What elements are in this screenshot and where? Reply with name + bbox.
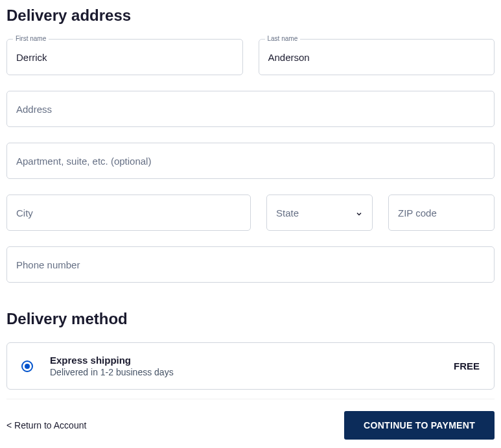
shipping-option-body: Express shipping Delivered in 1-2 busine… (50, 355, 437, 377)
return-to-account-link[interactable]: < Return to Account (6, 420, 86, 430)
delivery-method-section: Delivery method Express shipping Deliver… (6, 310, 495, 390)
state-field-wrapper: State (266, 195, 373, 231)
last-name-field-wrapper: Last name (259, 39, 495, 75)
apt-input[interactable] (6, 143, 495, 179)
shipping-option-price: FREE (454, 360, 480, 371)
state-select[interactable]: State (266, 195, 373, 231)
phone-input[interactable] (6, 246, 495, 283)
first-name-label: First name (13, 35, 49, 42)
delivery-address-section: Delivery address First name Last name St… (6, 6, 495, 283)
address-input[interactable] (6, 91, 495, 127)
shipping-option-subtitle: Delivered in 1-2 business days (50, 367, 437, 377)
first-name-field-wrapper: First name (6, 39, 243, 75)
last-name-label: Last name (265, 35, 301, 42)
zip-field-wrapper (388, 195, 495, 231)
zip-input[interactable] (388, 195, 495, 231)
address-field-wrapper (6, 91, 495, 127)
city-input[interactable] (6, 195, 251, 231)
first-name-input[interactable] (6, 39, 243, 75)
apt-field-wrapper (6, 143, 495, 179)
shipping-option-express[interactable]: Express shipping Delivered in 1-2 busine… (6, 342, 495, 390)
radio-selected-icon (21, 360, 33, 372)
city-field-wrapper (6, 195, 251, 231)
delivery-method-heading: Delivery method (6, 310, 495, 328)
last-name-input[interactable] (259, 39, 495, 75)
state-placeholder: State (276, 207, 299, 218)
chevron-down-icon (355, 209, 363, 217)
continue-to-payment-button[interactable]: CONTINUE TO PAYMENT (344, 411, 495, 440)
delivery-address-heading: Delivery address (6, 6, 495, 25)
checkout-footer: < Return to Account CONTINUE TO PAYMENT (6, 399, 495, 440)
shipping-option-title: Express shipping (50, 355, 437, 366)
phone-field-wrapper (6, 246, 495, 283)
